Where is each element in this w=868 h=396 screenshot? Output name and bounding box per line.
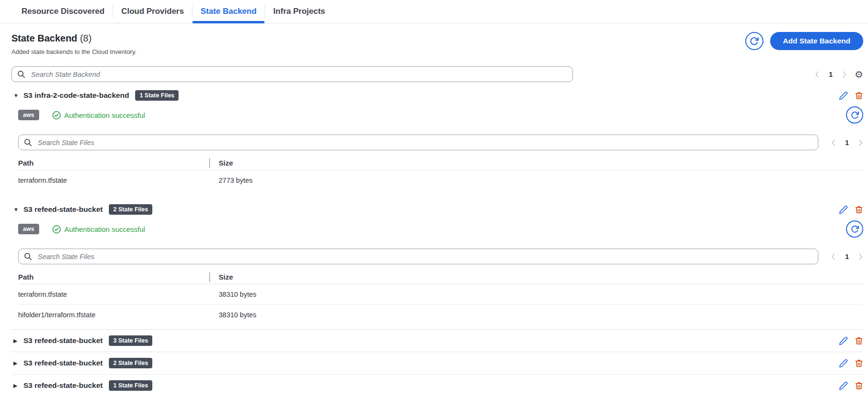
pencil-icon — [839, 205, 848, 214]
table-row: hifolder1/terraform.tfstate 38310 bytes — [18, 304, 863, 324]
tab-resource-discovered[interactable]: Resource Discovered — [13, 0, 113, 23]
state-files-search-input[interactable] — [37, 252, 813, 261]
state-files-table: Path Size terraform.tfstate 38310 bytes … — [18, 270, 863, 324]
state-files-toolbar: 1 — [18, 135, 863, 150]
tab-bar: Resource Discovered Cloud Providers Stat… — [0, 0, 868, 23]
state-files-pagination: 1 — [831, 139, 863, 146]
column-header-path: Path — [18, 273, 209, 281]
refresh-icon — [749, 36, 759, 46]
table-header: Path Size — [18, 270, 863, 284]
refresh-state-files-button[interactable] — [846, 106, 863, 124]
file-path: terraform.tfstate — [18, 177, 209, 184]
collapse-caret-icon[interactable]: ▼ — [13, 207, 21, 212]
table-row: terraform.tfstate 2773 bytes — [18, 170, 863, 190]
delete-backend-button[interactable] — [855, 91, 863, 100]
column-resizer-handle[interactable] — [209, 158, 210, 168]
check-circle-icon — [52, 225, 61, 234]
edit-backend-button[interactable] — [839, 359, 848, 368]
tab-state-backend[interactable]: State Backend — [192, 0, 265, 23]
trash-icon — [855, 381, 863, 390]
file-size: 38310 bytes — [209, 311, 256, 319]
state-files-search-box — [18, 135, 818, 150]
backend-header-row: ▼ S3 infra-2-code-state-backend 1 State … — [13, 89, 863, 102]
backend-header-row: ▶ S3 refeed-state-bucket 2 State Files — [13, 352, 863, 374]
column-header-path: Path — [18, 159, 209, 167]
backend-pagination: 1 — [815, 71, 847, 78]
state-files-badge: 1 State Files — [109, 380, 152, 391]
pencil-icon — [839, 381, 848, 390]
prev-page-icon[interactable] — [831, 139, 836, 146]
column-resizer-handle[interactable] — [209, 272, 210, 282]
file-size: 2773 bytes — [209, 177, 253, 184]
next-page-icon[interactable] — [842, 71, 847, 78]
check-circle-icon — [52, 111, 61, 120]
page-subtitle: Added state backends to the Cloud Invent… — [11, 48, 137, 56]
delete-backend-button[interactable] — [855, 205, 863, 214]
settings-gear-icon[interactable]: ⚙ — [855, 69, 863, 80]
state-files-badge: 2 State Files — [109, 358, 152, 368]
auth-status: Authentication successful — [52, 225, 145, 234]
delete-backend-button[interactable] — [855, 381, 863, 390]
backend-name: S3 refeed-state-bucket — [23, 359, 103, 367]
delete-backend-button[interactable] — [855, 336, 863, 345]
trash-icon — [855, 205, 863, 214]
column-header-size: Size — [219, 159, 233, 167]
page-title: State Backend (8) — [11, 32, 137, 44]
trash-icon — [855, 359, 863, 368]
backend-search-input[interactable] — [30, 70, 567, 79]
auth-status: Authentication successful — [52, 111, 145, 120]
backend-search-box — [11, 66, 573, 82]
backend-toolbar: 1 ⚙ — [11, 66, 863, 82]
search-icon — [24, 138, 32, 146]
auth-status-text: Authentication successful — [64, 111, 145, 119]
table-row: terraform.tfstate 38310 bytes — [18, 284, 863, 304]
edit-backend-button[interactable] — [839, 205, 848, 214]
tab-infra-projects[interactable]: Infra Projects — [265, 0, 333, 23]
backend-name: S3 refeed-state-bucket — [23, 205, 103, 214]
state-files-search-box — [18, 249, 818, 264]
delete-backend-button[interactable] — [855, 359, 863, 368]
page-header: State Backend (8) Added state backends t… — [11, 32, 863, 56]
table-header: Path Size — [18, 156, 863, 170]
refresh-backends-button[interactable] — [745, 32, 763, 50]
add-state-backend-button[interactable]: Add State Backend — [770, 32, 863, 50]
state-files-pagination: 1 — [831, 253, 863, 261]
backend-header-row: ▶ S3 refeed-state-bucket 1 State Files — [13, 375, 863, 396]
file-path: hifolder1/terraform.tfstate — [18, 311, 209, 319]
column-header-size: Size — [219, 273, 233, 281]
edit-backend-button[interactable] — [839, 381, 848, 390]
auth-status-text: Authentication successful — [64, 225, 145, 233]
state-files-table: Path Size terraform.tfstate 2773 bytes — [18, 156, 863, 190]
backend-status-row: aws Authentication successful — [18, 223, 863, 235]
state-files-badge: 3 State Files — [109, 335, 152, 346]
page-title-count: (8) — [80, 33, 91, 43]
state-files-badge: 1 State Files — [135, 90, 179, 101]
backend-name: S3 refeed-state-bucket — [23, 336, 103, 345]
next-page-icon[interactable] — [858, 253, 863, 261]
backend-status-row: aws Authentication successful — [18, 109, 863, 121]
prev-page-icon[interactable] — [815, 71, 820, 78]
trash-icon — [855, 336, 863, 345]
refresh-icon — [850, 225, 859, 234]
trash-icon — [855, 91, 863, 100]
backend-name: S3 refeed-state-bucket — [23, 381, 103, 390]
file-size: 38310 bytes — [209, 291, 256, 298]
search-icon — [24, 252, 32, 261]
expand-caret-icon[interactable]: ▶ — [13, 338, 21, 344]
expand-caret-icon[interactable]: ▶ — [13, 360, 21, 366]
pencil-icon — [839, 359, 848, 368]
page-number: 1 — [845, 139, 849, 146]
collapse-caret-icon[interactable]: ▼ — [13, 93, 21, 98]
edit-backend-button[interactable] — [839, 336, 848, 345]
tab-cloud-providers[interactable]: Cloud Providers — [113, 0, 192, 23]
provider-badge: aws — [18, 110, 39, 120]
refresh-state-files-button[interactable] — [846, 220, 863, 238]
backend-header-row: ▼ S3 refeed-state-bucket 2 State Files — [13, 203, 863, 216]
edit-backend-button[interactable] — [839, 91, 848, 100]
state-files-search-input[interactable] — [37, 138, 813, 147]
expand-caret-icon[interactable]: ▶ — [13, 383, 21, 389]
next-page-icon[interactable] — [858, 139, 863, 146]
prev-page-icon[interactable] — [831, 253, 836, 261]
page-number: 1 — [845, 253, 849, 261]
pencil-icon — [839, 91, 848, 100]
